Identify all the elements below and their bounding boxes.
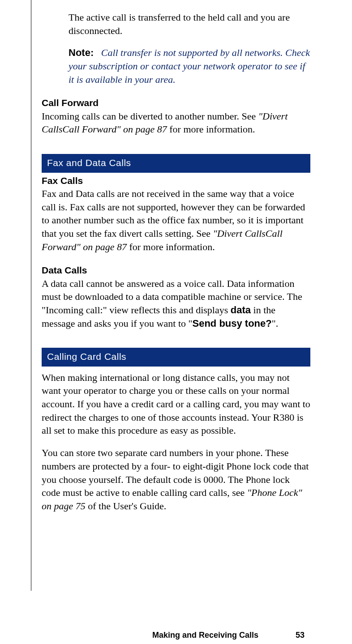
margin-rule	[31, 0, 31, 591]
fax-calls-paragraph: Fax and Data calls are not received in t…	[42, 187, 310, 253]
heading-fax-calls: Fax Calls	[42, 175, 310, 187]
note-label: Note:	[69, 47, 94, 58]
cf-text-a: Incoming calls can be diverted to anothe…	[42, 111, 258, 122]
note-text: Call transfer is not supported by all ne…	[69, 47, 310, 85]
heading-data-calls: Data Calls	[42, 264, 310, 277]
heading-call-forward: Call Forward	[42, 97, 310, 109]
transfer-result-text: The active call is transferred to the he…	[42, 11, 310, 37]
page: The active call is transferred to the he…	[0, 0, 352, 644]
call-forward-paragraph: Incoming calls can be diverted to anothe…	[42, 110, 310, 136]
section-fax-data-calls: Fax and Data Calls	[42, 154, 310, 172]
footer-title: Making and Receiving Calls	[152, 631, 258, 640]
data-bold-2: Send busy tone?	[192, 318, 271, 329]
content-area: The active call is transferred to the he…	[42, 11, 310, 522]
section-calling-card-calls: Calling Card Calls	[42, 348, 310, 366]
data-text-c: ".	[272, 318, 278, 329]
note-spacer	[96, 47, 101, 58]
cc-p2-b: of the User's Guide.	[86, 500, 167, 512]
fax-text-b: for more information.	[127, 241, 215, 252]
calling-card-p1: When making international or long distan…	[42, 371, 310, 437]
cf-text-b: for more information.	[167, 124, 255, 135]
footer-page-number: 53	[296, 631, 305, 640]
note-block: Note: Call transfer is not supported by …	[42, 46, 310, 86]
data-calls-paragraph: A data call cannot be answered as a voic…	[42, 277, 310, 330]
calling-card-p2: You can store two separate card numbers …	[42, 446, 310, 512]
data-bold-1: data	[231, 304, 251, 316]
